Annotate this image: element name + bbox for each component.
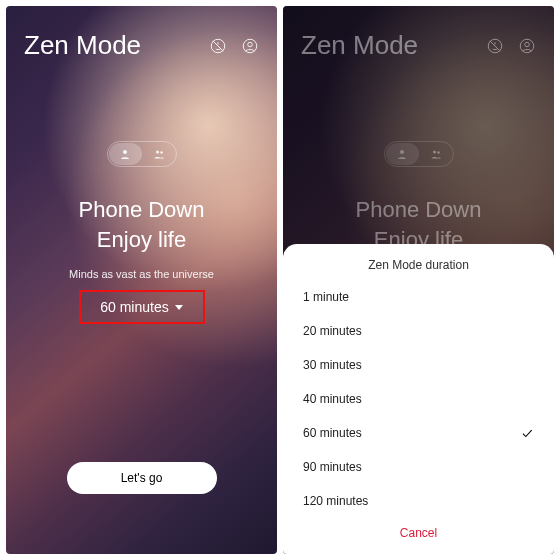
duration-selector[interactable]: 60 minutes (79, 290, 205, 324)
duration-option-label: 120 minutes (303, 494, 368, 508)
svg-point-6 (160, 151, 163, 154)
profile-icon[interactable] (241, 37, 259, 55)
duration-option-label: 40 minutes (303, 392, 362, 406)
svg-point-3 (248, 42, 253, 47)
duration-option-label: 30 minutes (303, 358, 362, 372)
duration-option[interactable]: 20 minutes (283, 314, 554, 348)
duration-options-list: 1 minute20 minutes30 minutes40 minutes60… (283, 280, 554, 514)
no-alert-icon[interactable] (209, 37, 227, 55)
headline-line2: Enjoy life (6, 225, 277, 255)
header: Zen Mode (283, 6, 554, 61)
duration-option-label: 60 minutes (303, 426, 362, 440)
check-icon (520, 426, 534, 440)
svg-point-13 (437, 151, 440, 154)
start-button-label: Let's go (121, 471, 163, 485)
svg-point-10 (525, 42, 530, 47)
page-title: Zen Mode (24, 30, 141, 61)
mode-toggle-solo (386, 143, 419, 165)
subheading: Minds as vast as the universe (6, 268, 277, 280)
duration-option-label: 1 minute (303, 290, 349, 304)
headline: Phone Down Enjoy life (6, 195, 277, 254)
mode-toggle (384, 141, 454, 167)
profile-icon (518, 37, 536, 55)
zen-mode-duration-picker-screen: Zen Mode Phone Down Enjoy life Minds as … (283, 6, 554, 554)
headline-line1: Phone Down (6, 195, 277, 225)
duration-selector-value: 60 minutes (100, 299, 168, 315)
duration-sheet: Zen Mode duration 1 minute20 minutes30 m… (283, 244, 554, 554)
duration-option-label: 90 minutes (303, 460, 362, 474)
svg-point-11 (400, 150, 404, 154)
header-actions (486, 37, 536, 55)
no-alert-icon (486, 37, 504, 55)
svg-point-12 (433, 151, 436, 154)
cancel-button[interactable]: Cancel (283, 514, 554, 554)
duration-sheet-title: Zen Mode duration (283, 258, 554, 272)
duration-option[interactable]: 30 minutes (283, 348, 554, 382)
header: Zen Mode (6, 6, 277, 61)
headline-line1: Phone Down (283, 195, 554, 225)
start-button[interactable]: Let's go (67, 462, 217, 494)
zen-mode-main-screen: Zen Mode Phone Down Enjoy life Minds as … (6, 6, 277, 554)
mode-toggle-solo[interactable] (109, 143, 142, 165)
chevron-down-icon (175, 305, 183, 310)
duration-option[interactable]: 90 minutes (283, 450, 554, 484)
duration-option[interactable]: 1 minute (283, 280, 554, 314)
mode-toggle-group[interactable] (143, 142, 176, 166)
svg-point-5 (156, 151, 159, 154)
mode-toggle-group (420, 142, 453, 166)
duration-option[interactable]: 120 minutes (283, 484, 554, 514)
mode-toggle[interactable] (107, 141, 177, 167)
header-actions (209, 37, 259, 55)
svg-point-4 (123, 150, 127, 154)
duration-option-label: 20 minutes (303, 324, 362, 338)
page-title: Zen Mode (301, 30, 418, 61)
duration-option[interactable]: 40 minutes (283, 382, 554, 416)
duration-option[interactable]: 60 minutes (283, 416, 554, 450)
cancel-button-label: Cancel (400, 526, 437, 540)
